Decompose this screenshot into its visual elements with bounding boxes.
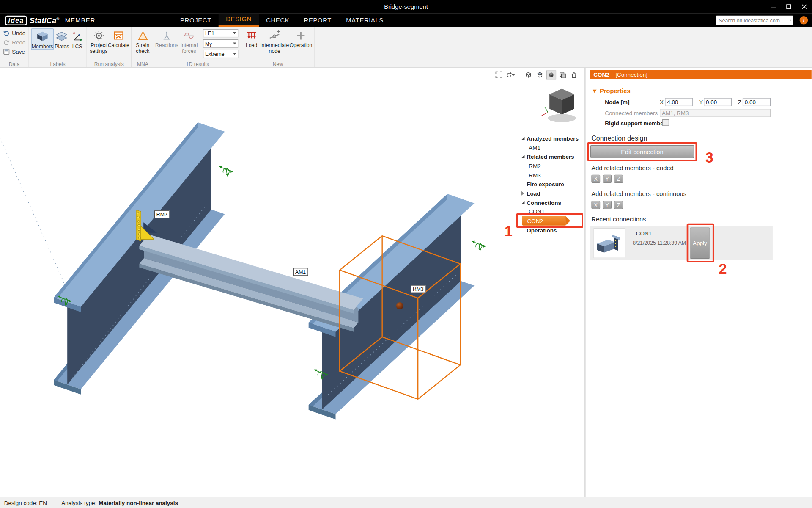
tab-report[interactable]: REPORT	[296, 14, 339, 27]
add-ended-z-button[interactable]: Z	[614, 175, 623, 183]
component-select[interactable]: My	[203, 39, 238, 48]
properties-section-header[interactable]: Properties	[593, 88, 631, 95]
y-coord-label: Y	[699, 99, 703, 105]
member-am1-cross-beam[interactable]	[139, 234, 363, 331]
search-input[interactable]	[718, 17, 788, 24]
redo-icon	[3, 39, 10, 46]
redo-label: Redo	[12, 39, 25, 45]
reactions-button[interactable]: Reactions	[156, 28, 177, 49]
tree-item-am1[interactable]: AM1	[515, 143, 584, 152]
members-button[interactable]: Members	[31, 28, 53, 50]
x-coord-label: X	[660, 99, 664, 105]
view-wireframe-button[interactable]	[524, 71, 533, 80]
tree-label: Fire exposure	[527, 181, 564, 188]
ribbon-group-results: Reactions Internal forces LE1 My	[154, 27, 241, 68]
add-continuous-y-button[interactable]: Y	[603, 201, 612, 209]
chevron-down-icon	[233, 53, 236, 55]
rotate-view-button[interactable]	[505, 71, 515, 80]
load-button[interactable]: Load	[244, 28, 260, 49]
intermediate-node-button[interactable]: Intermediate node	[260, 28, 290, 54]
tree-item-related-members[interactable]: Related members	[515, 152, 584, 161]
tab-project[interactable]: PROJECT	[173, 14, 219, 27]
close-icon	[801, 4, 807, 10]
main-tabs: PROJECT DESIGN CHECK REPORT MATERIALS	[173, 14, 391, 27]
undo-button[interactable]: Undo	[2, 28, 27, 37]
maximize-icon	[786, 4, 792, 10]
viewport-3d[interactable]: RM2 AM1 RM3 Analyzed members AM1 Related…	[0, 68, 584, 497]
tree-item-load[interactable]: Load	[515, 189, 584, 198]
tree-item-analyzed-members[interactable]: Analyzed members	[515, 134, 584, 143]
plates-button[interactable]: Plates	[54, 28, 70, 50]
tab-materials[interactable]: MATERIALS	[339, 14, 391, 27]
view-shaded-button[interactable]	[535, 71, 545, 80]
edit-connection-button[interactable]: Edit connection	[590, 145, 694, 158]
minimize-button[interactable]	[765, 0, 781, 14]
tree-item-fire-exposure[interactable]: Fire exposure	[515, 179, 584, 189]
ribbon-group-run: Project settings Calculate Run analysis	[87, 27, 132, 68]
group-label-labels: Labels	[29, 61, 87, 66]
maximize-button[interactable]	[781, 0, 797, 14]
info-icon[interactable]: i	[800, 16, 808, 25]
cube-solid-icon	[547, 71, 555, 79]
intermediate-node-label: Intermediate node	[260, 42, 289, 54]
internal-forces-button[interactable]: Internal forces	[177, 28, 201, 54]
member-label-am1: AM1	[293, 268, 308, 276]
tree-item-rm2[interactable]: RM2	[515, 161, 584, 171]
redo-button[interactable]: Redo	[2, 38, 27, 47]
y-coord-input[interactable]	[704, 98, 732, 106]
strain-check-button[interactable]: Strain check	[134, 28, 152, 54]
load-icon	[246, 30, 257, 41]
apply-button[interactable]: Apply	[690, 228, 710, 259]
tab-design[interactable]: DESIGN	[219, 14, 259, 27]
reactions-label: Reactions	[155, 42, 178, 48]
add-continuous-x-button[interactable]: X	[591, 201, 600, 209]
calculate-icon	[113, 30, 124, 41]
connected-members-input[interactable]	[660, 109, 771, 117]
calculate-button[interactable]: Calculate	[108, 28, 129, 49]
project-settings-button[interactable]: Project settings	[89, 28, 108, 54]
3d-scene[interactable]	[0, 68, 584, 497]
search-box[interactable]	[716, 16, 793, 25]
recent-connection-item[interactable]: CON1 8/21/2025 11:28:39 AM Apply	[590, 226, 773, 260]
expand-icon	[521, 155, 524, 158]
tree-item-con1[interactable]: CON1	[515, 207, 584, 216]
node-sphere[interactable]	[396, 302, 403, 309]
group-label-run: Run analysis	[87, 61, 131, 66]
tab-check[interactable]: CHECK	[259, 14, 296, 27]
selected-object-type: [Connection]	[615, 71, 647, 77]
load-case-value: LE1	[205, 30, 214, 36]
tree-item-con2[interactable]: CON2	[515, 216, 584, 226]
logo-product: MEMBER	[65, 17, 96, 24]
home-view-button[interactable]	[569, 71, 579, 80]
cube-wireframe-icon	[524, 71, 532, 79]
collapse-icon	[593, 90, 597, 93]
extreme-select[interactable]: Extreme	[203, 50, 238, 58]
add-ended-x-button[interactable]: X	[591, 175, 600, 183]
tree-label: Operations	[527, 227, 557, 233]
load-case-select[interactable]: LE1	[203, 29, 238, 38]
logo-statica: StatiCa®	[30, 16, 60, 25]
view-solid-button[interactable]	[546, 71, 556, 80]
operation-button[interactable]: Operation	[289, 28, 312, 49]
tree-item-connections[interactable]: Connections	[515, 198, 584, 207]
add-continuous-z-button[interactable]: Z	[614, 201, 623, 209]
tree-item-operations[interactable]: Operations	[515, 226, 584, 235]
fit-view-button[interactable]	[494, 71, 504, 80]
lcs-button[interactable]: LCS	[70, 28, 85, 50]
close-button[interactable]	[796, 0, 812, 14]
z-coord-input[interactable]	[743, 98, 771, 106]
tree-item-rm3[interactable]: RM3	[515, 171, 584, 180]
x-coord-input[interactable]	[665, 98, 693, 106]
tree-label: RM3	[529, 172, 540, 178]
add-ended-y-button[interactable]: Y	[603, 175, 612, 183]
save-button[interactable]: Save	[2, 47, 27, 56]
group-label-new: New	[241, 61, 315, 66]
design-code-status: Design code: EN	[4, 500, 47, 506]
annotation-number-3: 3	[705, 150, 713, 166]
view-layers-button[interactable]	[558, 71, 568, 80]
tree-label: Analyzed members	[527, 135, 579, 141]
lcs-icon	[71, 30, 83, 42]
rigid-support-checkbox[interactable]	[662, 119, 669, 126]
navigation-cube[interactable]	[542, 88, 576, 122]
expand-icon	[521, 137, 524, 140]
